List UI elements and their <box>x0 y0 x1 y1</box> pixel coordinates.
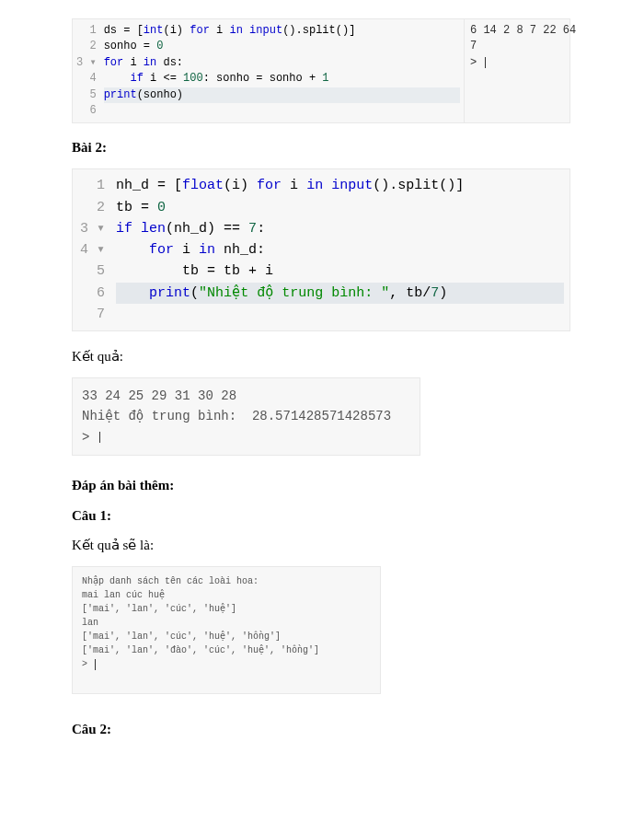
code-block-1: 123 ▾456 ds = [int(i) for i in input().s… <box>72 18 570 123</box>
document-content: 123 ▾456 ds = [int(i) for i in input().s… <box>0 18 644 737</box>
code-line: print("Nhiệt độ trung bình: ", tb/7) <box>116 283 564 304</box>
line-number: 2 <box>76 39 97 54</box>
code-line: tb = 0 <box>116 197 564 218</box>
output-block-2: Nhập danh sách tên các loài hoa: mai lan… <box>72 566 381 694</box>
line-number: 3 ▾ <box>80 218 105 239</box>
code-block-2: 123 ▾4 ▾567 nh_d = [float(i) for i in in… <box>72 168 570 331</box>
code-line: ds = [int(i) for i in input().split()] <box>104 23 460 39</box>
code-line: tb = tb + i <box>116 261 564 282</box>
line-number: 5 <box>76 87 97 103</box>
code-left-pane: 123 ▾456 ds = [int(i) for i in input().s… <box>73 19 464 122</box>
line-number: 7 <box>80 304 105 325</box>
line-number: 6 <box>80 283 105 304</box>
line-number: 1 <box>80 175 105 196</box>
line-number: 2 <box>80 197 105 218</box>
code-lines: nh_d = [float(i) for i in input().split(… <box>114 169 569 330</box>
line-number-gutter: 123 ▾456 <box>73 19 102 122</box>
code-lines: ds = [int(i) for i in input().split()]so… <box>102 19 464 122</box>
line-number: 5 <box>80 261 105 282</box>
code-output-pane: 6 14 2 8 7 22 64 7 > <box>464 19 569 122</box>
code-line: print(sonho) <box>104 87 460 103</box>
heading-cau-1: Câu 1: <box>72 508 570 524</box>
code-line <box>104 103 460 119</box>
code-line: nh_d = [float(i) for i in input().split(… <box>116 175 564 196</box>
ket-qua-se-la: Kết quả sẽ là: <box>72 537 570 553</box>
code-line: if i <= 100: sonho = sonho + 1 <box>104 71 460 87</box>
code-line <box>116 304 564 325</box>
heading-cau-2: Câu 2: <box>72 722 570 737</box>
heading-bai-2: Bài 2: <box>72 140 570 156</box>
ket-qua-label: Kết quả: <box>72 348 570 365</box>
heading-dap-an: Đáp án bài thêm: <box>72 478 570 493</box>
code-line: for i in ds: <box>104 55 460 71</box>
line-number: 1 <box>76 23 97 39</box>
line-number-gutter: 123 ▾4 ▾567 <box>73 169 114 330</box>
line-number: 4 <box>76 71 97 87</box>
code-line: for i in nh_d: <box>116 239 564 261</box>
line-number: 3 ▾ <box>76 55 97 71</box>
code-line: if len(nh_d) == 7: <box>116 218 564 239</box>
line-number: 6 <box>76 103 97 119</box>
code-line: sonho = 0 <box>104 39 460 54</box>
output-block-1: 33 24 25 29 31 30 28 Nhiệt độ trung bình… <box>72 377 420 456</box>
line-number: 4 ▾ <box>80 239 105 261</box>
